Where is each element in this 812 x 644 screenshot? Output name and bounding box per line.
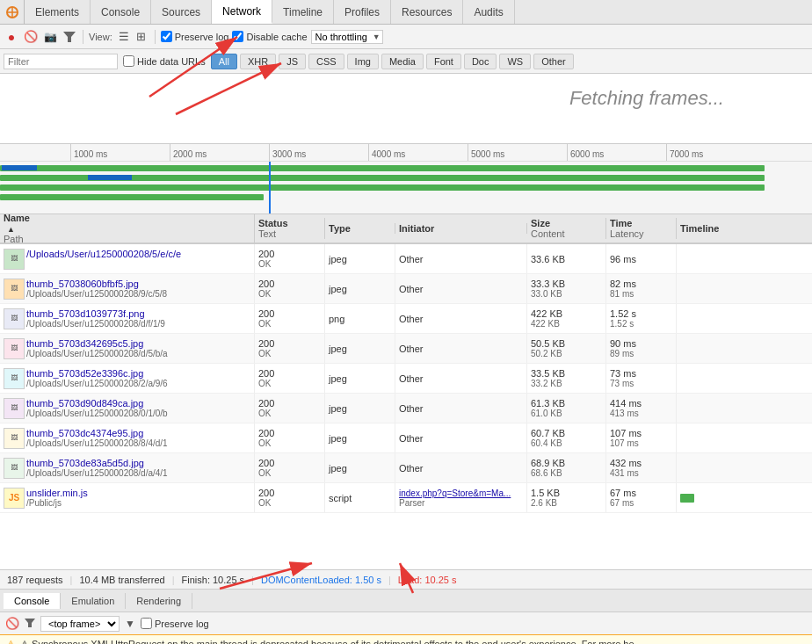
transferred-size: 10.4 MB transferred bbox=[79, 575, 164, 585]
filter-btn-ws[interactable]: WS bbox=[499, 54, 531, 69]
load-time: Load: 10.25 s bbox=[398, 575, 457, 585]
ruler-mark-4: 4000 ms bbox=[368, 144, 405, 161]
th-time[interactable]: Time Latency bbox=[606, 218, 677, 239]
frame-selector-arrow: ▼ bbox=[125, 618, 135, 630]
th-initiator[interactable]: Initiator bbox=[395, 223, 527, 234]
domcontent-time: DOMContentLoaded: 1.50 s bbox=[261, 575, 381, 585]
ruler-mark-7: 7000 ms bbox=[666, 144, 703, 161]
table-row[interactable]: 🖼 thumb_5703dc4374e95.jpg /Uploads/User/… bbox=[0, 423, 812, 453]
list-view-button[interactable]: ☰ bbox=[116, 29, 132, 45]
filter-btn-media[interactable]: Media bbox=[381, 54, 424, 69]
table-row[interactable]: 🖼 thumb_5703d1039773f.png /Uploads/User/… bbox=[0, 304, 812, 334]
tab-console-bottom[interactable]: Console bbox=[4, 593, 61, 609]
hide-data-checkbox-label[interactable]: Hide data URLs bbox=[123, 55, 206, 67]
table-header: Name ▲ Path Status Text Type Initiator S… bbox=[0, 214, 812, 244]
tab-emulation[interactable]: Emulation bbox=[61, 593, 126, 609]
filter-btn-font[interactable]: Font bbox=[426, 54, 461, 69]
warning-icon: ⚠ bbox=[5, 638, 17, 645]
bottom-toolbar: 🚫 <top frame> ▼ Preserve log bbox=[0, 611, 812, 634]
svg-marker-4 bbox=[25, 619, 35, 627]
th-timeline: Timeline bbox=[677, 223, 812, 234]
th-status[interactable]: Status Text bbox=[255, 218, 325, 239]
tab-audits[interactable]: Audits bbox=[463, 0, 514, 24]
separator-2 bbox=[155, 30, 156, 44]
preserve-log-checkbox[interactable] bbox=[161, 31, 172, 42]
th-name[interactable]: Name ▲ Path bbox=[0, 213, 255, 244]
tab-network[interactable]: Network bbox=[212, 0, 272, 24]
tab-sources[interactable]: Sources bbox=[151, 0, 212, 24]
ruler-mark-3: 3000 ms bbox=[269, 144, 306, 161]
thumbnail: JS bbox=[4, 488, 25, 509]
view-label: View: bbox=[89, 32, 112, 42]
tab-resources[interactable]: Resources bbox=[391, 0, 463, 24]
separator-1 bbox=[83, 30, 83, 44]
tab-elements[interactable]: Elements bbox=[25, 0, 91, 24]
tab-profiles[interactable]: Profiles bbox=[334, 0, 391, 24]
filter-btn-xhr[interactable]: XHR bbox=[240, 54, 276, 69]
th-size[interactable]: Size Content bbox=[527, 218, 606, 239]
fetching-text: Fetching frames... bbox=[569, 87, 724, 110]
filter-button[interactable] bbox=[62, 29, 77, 45]
table-row[interactable]: 🖼 /Uploads/User/u1250000208/5/e/c/e 200O… bbox=[0, 244, 812, 274]
warning-text: ⚠ Synchronous XMLHttpRequest on the main… bbox=[20, 639, 642, 644]
ruler-mark-1: 1000 ms bbox=[70, 144, 107, 161]
table-row[interactable]: 🖼 thumb_57038060bfbf5.jpg /Uploads/User/… bbox=[0, 274, 812, 304]
preserve-log-bottom-label[interactable]: Preserve log bbox=[141, 618, 209, 629]
clear-console-icon[interactable]: 🚫 bbox=[5, 617, 19, 630]
bottom-tabs: Console Emulation Rendering bbox=[0, 589, 812, 611]
disable-cache-checkbox[interactable] bbox=[232, 31, 243, 42]
throttle-wrapper: No throttling ▼ bbox=[311, 30, 383, 44]
camera-button[interactable]: 📷 bbox=[42, 29, 58, 45]
svg-marker-3 bbox=[63, 32, 76, 42]
frame-selector[interactable]: <top frame> bbox=[40, 616, 120, 632]
filter-btn-doc[interactable]: Doc bbox=[464, 54, 497, 69]
record-button[interactable]: ● bbox=[4, 29, 19, 45]
thumbnail: 🖼 bbox=[4, 458, 25, 479]
table-body: 🖼 /Uploads/User/u1250000208/5/e/c/e 200O… bbox=[0, 244, 812, 569]
table-row[interactable]: 🖼 thumb_5703de83a5d5d.jpg /Uploads/User/… bbox=[0, 453, 812, 483]
filter-input[interactable] bbox=[4, 54, 118, 69]
throttle-select[interactable]: No throttling bbox=[311, 30, 383, 44]
thumbnail: 🖼 bbox=[4, 308, 25, 329]
filter-btn-img[interactable]: Img bbox=[347, 54, 379, 69]
ruler-mark-6: 6000 ms bbox=[567, 144, 604, 161]
filter-btn-all[interactable]: All bbox=[211, 54, 237, 69]
preserve-log-checkbox-label[interactable]: Preserve log bbox=[161, 31, 229, 42]
table-row[interactable]: 🖼 thumb_5703d90d849ca.jpg /Uploads/User/… bbox=[0, 394, 812, 423]
tab-rendering[interactable]: Rendering bbox=[126, 593, 192, 609]
thumbnail: 🖼 bbox=[4, 338, 25, 359]
thumbnail: 🖼 bbox=[4, 428, 25, 449]
grid-view-button[interactable]: ⊞ bbox=[134, 29, 149, 45]
filter-btn-js[interactable]: JS bbox=[279, 54, 306, 69]
status-bar: 187 requests | 10.4 MB transferred | Fin… bbox=[0, 569, 812, 589]
thumbnail: 🖼 bbox=[4, 368, 25, 389]
preserve-log-bottom-checkbox[interactable] bbox=[141, 618, 152, 629]
ruler-mark-5: 5000 ms bbox=[468, 144, 504, 161]
timeline-chart bbox=[0, 162, 812, 214]
table-row[interactable]: 🖼 thumb_5703d342695c5.jpg /Uploads/User/… bbox=[0, 334, 812, 364]
thumbnail: 🖼 bbox=[4, 279, 25, 300]
thumbnail: 🖼 bbox=[4, 398, 25, 419]
filter-buttons: All XHR JS CSS Img Media Font Doc WS Oth… bbox=[211, 54, 574, 69]
tab-console[interactable]: Console bbox=[91, 0, 151, 24]
tab-timeline[interactable]: Timeline bbox=[272, 0, 334, 24]
filter-console-icon[interactable] bbox=[25, 617, 35, 630]
filter-btn-css[interactable]: CSS bbox=[308, 54, 344, 69]
hide-data-checkbox[interactable] bbox=[123, 55, 134, 67]
requests-count: 187 requests bbox=[7, 575, 63, 585]
finish-time: Finish: 10.25 s bbox=[182, 575, 245, 585]
table-row[interactable]: JS unslider.min.js /Public/js 200OK scri… bbox=[0, 483, 812, 513]
th-type[interactable]: Type bbox=[325, 223, 395, 234]
table-row[interactable]: 🖼 thumb_5703d52e3396c.jpg /Uploads/User/… bbox=[0, 364, 812, 394]
thumbnail: 🖼 bbox=[4, 249, 25, 270]
disable-cache-checkbox-label[interactable]: Disable cache bbox=[232, 31, 307, 42]
filter-btn-other[interactable]: Other bbox=[533, 54, 574, 69]
devtools-logo bbox=[0, 0, 25, 25]
ruler-mark-2: 2000 ms bbox=[170, 144, 207, 161]
clear-button[interactable]: 🚫 bbox=[23, 29, 39, 45]
bottom-warning: ⚠ ⚠ Synchronous XMLHttpRequest on the ma… bbox=[0, 634, 812, 644]
timeline-ruler: 1000 ms 2000 ms 3000 ms 4000 ms 5000 ms … bbox=[0, 144, 812, 162]
